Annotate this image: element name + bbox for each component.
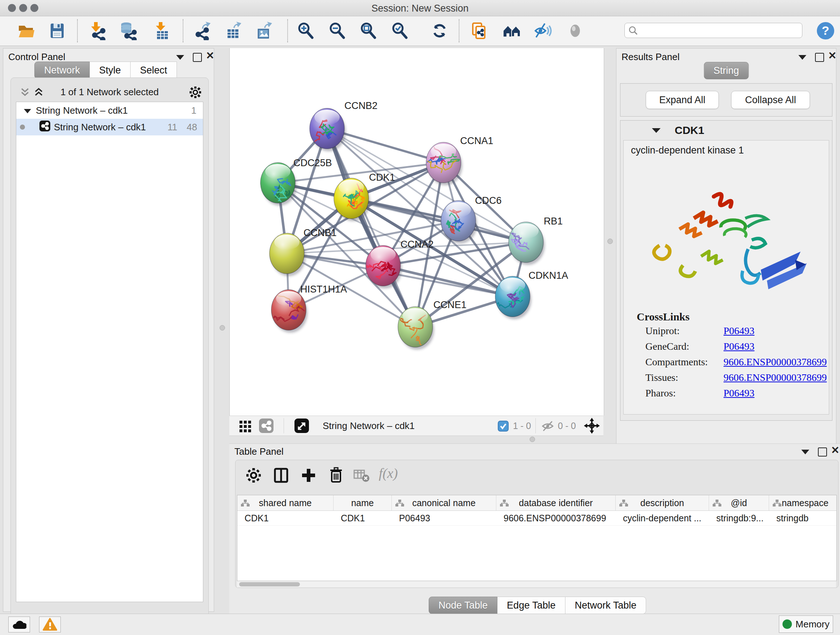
- gene-details: cyclin-dependent kinase 1 CrossLinks: [623, 140, 829, 415]
- cell-description[interactable]: cyclin-dependent ...: [616, 511, 709, 525]
- cell--id[interactable]: stringdb:9...: [709, 511, 769, 525]
- export-network-icon[interactable]: [193, 21, 212, 40]
- zoom-out-icon[interactable]: [328, 21, 347, 40]
- crosslink-genecard[interactable]: P06493: [723, 340, 755, 352]
- grid-view-icon[interactable]: [238, 418, 253, 434]
- crosslink-pharos[interactable]: P06493: [723, 387, 755, 399]
- control-panel-title: Control Panel: [8, 51, 65, 63]
- gear-icon[interactable]: [244, 466, 263, 485]
- close-panel-icon[interactable]: ✕: [828, 52, 836, 60]
- network-canvas[interactable]: CCNB2CCNA1CDC25BCDK1CDC6RB1CCNB1CCNA2CDK…: [229, 48, 604, 416]
- eye-icon[interactable]: [566, 21, 584, 40]
- zoom-in-icon[interactable]: [296, 21, 315, 40]
- network-node-CCNE1[interactable]: CCNE1: [398, 299, 467, 350]
- current-network-dot: [19, 122, 26, 133]
- export-table-icon[interactable]: [224, 21, 243, 40]
- panel-menu-icon[interactable]: [798, 55, 806, 60]
- add-column-icon[interactable]: [299, 466, 318, 485]
- cell-database-identifier[interactable]: 9606.ENSP00000378699: [496, 511, 616, 525]
- network-node-RB1[interactable]: RB1: [508, 216, 563, 265]
- string-network-graph[interactable]: CCNB2CCNA1CDC25BCDK1CDC6RB1CCNB1CCNA2CDK…: [230, 48, 604, 416]
- search-box[interactable]: [624, 23, 802, 38]
- crosslink-uniprot[interactable]: P06493: [723, 325, 755, 337]
- zoom-selected-icon[interactable]: [390, 21, 409, 40]
- close-panel-icon[interactable]: ✕: [206, 52, 214, 60]
- column-header-database-identifier[interactable]: database identifier: [496, 495, 616, 510]
- column-header-shared-name[interactable]: shared name: [237, 495, 333, 510]
- collapse-all-button[interactable]: Collapse All: [731, 91, 810, 109]
- right-splitter-grip[interactable]: [607, 239, 613, 244]
- import-table-file-icon[interactable]: [153, 21, 172, 40]
- crosslink-tissues[interactable]: 9606.ENSP00000378699: [723, 372, 827, 383]
- network-label: String Network – cdk1: [54, 122, 146, 133]
- tab-select[interactable]: Select: [131, 62, 177, 79]
- column-header--id[interactable]: @id: [709, 495, 769, 510]
- float-panel-icon[interactable]: [818, 448, 827, 456]
- close-panel-icon[interactable]: ✕: [831, 447, 839, 454]
- import-network-file-icon[interactable]: [88, 21, 107, 40]
- crosslinks-block: CrossLinks Uniprot:P06493 GeneCard:P0649…: [637, 310, 827, 401]
- expand-all-button[interactable]: Expand All: [646, 91, 719, 109]
- tab-network-table[interactable]: Network Table: [565, 597, 646, 614]
- column-header-description[interactable]: description: [616, 495, 709, 510]
- zoom-fit-icon[interactable]: [359, 21, 378, 40]
- panel-menu-icon[interactable]: [801, 450, 809, 454]
- string-home-icon[interactable]: [502, 21, 521, 40]
- detach-view-icon[interactable]: [294, 418, 309, 434]
- tab-style[interactable]: Style: [90, 62, 131, 79]
- panel-menu-icon[interactable]: [176, 55, 184, 60]
- function-builder-icon[interactable]: f(x): [379, 465, 398, 481]
- tab-edge-table[interactable]: Edge Table: [497, 597, 565, 614]
- birdseye-navigator-icon[interactable]: [584, 418, 600, 435]
- export-image-icon[interactable]: [255, 21, 273, 40]
- delete-table-icon[interactable]: [352, 466, 371, 485]
- warning-icon: [43, 618, 57, 631]
- hide-unhide-icon[interactable]: [533, 21, 552, 40]
- crosslink-compartments[interactable]: 9606.ENSP00000378699: [723, 356, 827, 368]
- float-panel-icon[interactable]: [193, 53, 202, 62]
- copy-network-icon[interactable]: [470, 21, 489, 40]
- hidden-eye-icon[interactable]: [541, 420, 554, 434]
- help-icon[interactable]: ?: [815, 21, 834, 40]
- cell-shared-name[interactable]: CDK1: [237, 511, 333, 525]
- table-row[interactable]: CDK1CDK1P064939606.ENSP00000378699cyclin…: [237, 511, 836, 526]
- selected-checkbox-icon[interactable]: [498, 421, 508, 433]
- column-header-canonical-name[interactable]: canonical name: [392, 495, 496, 510]
- search-input[interactable]: [641, 25, 798, 36]
- tree-expand-icon[interactable]: [24, 105, 32, 116]
- scrollbar-thumb[interactable]: [239, 582, 300, 586]
- warnings-button[interactable]: [39, 616, 61, 632]
- save-session-icon[interactable]: [48, 21, 66, 40]
- network-node-CDKN1A[interactable]: CDKN1A: [494, 270, 568, 319]
- column-header-namespace[interactable]: namespace: [769, 495, 837, 510]
- apply-layout-icon[interactable]: [430, 21, 449, 40]
- cell-name[interactable]: CDK1: [333, 511, 392, 525]
- network-node-HIST1H1A[interactable]: HIST1H1A: [271, 284, 347, 333]
- gear-icon[interactable]: [189, 86, 202, 99]
- network-collection-row[interactable]: String Network – cdk1 1: [16, 102, 203, 119]
- tab-network[interactable]: Network: [34, 62, 90, 79]
- cloud-button[interactable]: [8, 616, 30, 632]
- memory-button[interactable]: Memory: [779, 616, 833, 633]
- cell-canonical-name[interactable]: P06493: [392, 511, 496, 525]
- delete-column-icon[interactable]: [327, 466, 346, 485]
- tab-string[interactable]: String: [704, 62, 749, 79]
- gene-section-header[interactable]: CDK1: [621, 120, 832, 139]
- bottom-splitter-grip[interactable]: [530, 437, 535, 442]
- left-splitter-grip[interactable]: [219, 325, 225, 331]
- column-header-name[interactable]: name: [333, 495, 392, 510]
- horizontal-scrollbar[interactable]: [237, 581, 836, 587]
- open-session-icon[interactable]: [17, 21, 36, 40]
- network-node-CDC6[interactable]: CDC6: [441, 195, 502, 244]
- network-tree: String Network – cdk1 1 String Network –…: [16, 102, 203, 602]
- node-table[interactable]: shared namenamecanonical namedatabase id…: [237, 495, 837, 581]
- network-view-icon[interactable]: [259, 418, 273, 434]
- tab-node-table[interactable]: Node Table: [429, 597, 497, 614]
- show-columns-icon[interactable]: [272, 466, 291, 485]
- network-node-CCNA1[interactable]: CCNA1: [420, 135, 493, 185]
- cell-namespace[interactable]: stringdb: [769, 511, 837, 525]
- section-collapse-icon[interactable]: [652, 127, 661, 135]
- float-panel-icon[interactable]: [815, 53, 824, 62]
- import-network-database-icon[interactable]: [119, 21, 138, 40]
- network-row[interactable]: String Network – cdk1 11 48: [16, 119, 203, 135]
